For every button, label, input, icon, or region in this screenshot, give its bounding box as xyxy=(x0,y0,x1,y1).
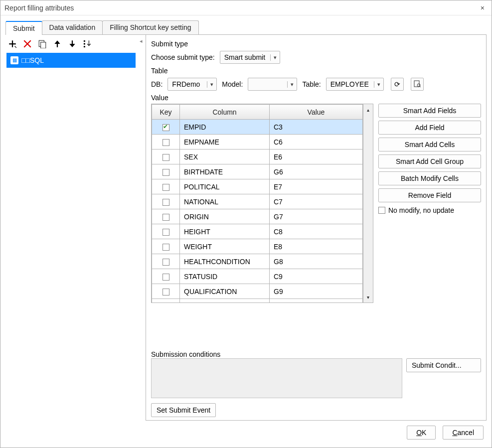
splitter-handle[interactable]: ◂ xyxy=(140,35,143,421)
cell-value: C3 xyxy=(270,120,363,135)
move-down-icon[interactable] xyxy=(68,39,77,48)
db-combo[interactable]: FRDemo ▾ xyxy=(167,78,217,91)
smart-add-fields-button[interactable]: Smart Add Fields xyxy=(378,104,481,118)
table-row[interactable]: ORIGING7 xyxy=(152,209,363,224)
key-checkbox[interactable] xyxy=(163,274,169,281)
cell-value: C9 xyxy=(270,269,363,284)
model-combo[interactable]: ▾ xyxy=(248,78,297,91)
ok-button[interactable]: OK xyxy=(407,426,436,440)
model-label: Model: xyxy=(222,80,243,88)
cancel-button[interactable]: Cancel xyxy=(443,426,484,440)
key-checkbox[interactable] xyxy=(163,259,169,266)
key-checkbox[interactable] xyxy=(163,244,169,251)
table-row[interactable]: HEIGHTC8 xyxy=(152,224,363,239)
submit-condition-button[interactable]: Submit Condit... xyxy=(406,358,481,372)
side-actions: Smart Add Fields Add Field Smart Add Cel… xyxy=(378,104,481,345)
key-checkbox[interactable] xyxy=(163,199,169,206)
key-checkbox[interactable] xyxy=(163,124,169,131)
table-row[interactable]: STATUSIDC9 xyxy=(152,269,363,284)
tab-data-validation[interactable]: Data validation xyxy=(42,20,103,34)
table-label: Table: xyxy=(302,80,321,88)
left-pane: ▦ □□SQL xyxy=(5,35,137,421)
window-title: Report filling attributes xyxy=(4,4,74,12)
submit-type-value: Smart submit xyxy=(224,53,270,61)
cell-column: WEIGHT xyxy=(180,239,270,254)
scroll-down-icon[interactable]: ▾ xyxy=(363,292,373,302)
copy-icon[interactable] xyxy=(38,39,47,48)
tab-submit[interactable]: Submit xyxy=(5,21,42,35)
cell-value: E6 xyxy=(270,149,363,164)
table-row[interactable]: POLITICALE7 xyxy=(152,179,363,194)
cell-value: G9 xyxy=(270,284,363,299)
cell-value: G6 xyxy=(270,164,363,179)
refresh-icon: ⟳ xyxy=(394,80,400,88)
smart-add-cell-group-button[interactable]: Smart Add Cell Group xyxy=(378,154,481,168)
scroll-up-icon[interactable]: ▴ xyxy=(363,104,373,115)
table-row[interactable]: BIRTHDATEG6 xyxy=(152,164,363,179)
remove-field-button[interactable]: Remove Field xyxy=(378,188,481,202)
refresh-button[interactable]: ⟳ xyxy=(391,78,404,91)
delete-icon[interactable] xyxy=(23,39,32,48)
close-icon[interactable]: × xyxy=(478,3,488,13)
tree-item-label: □□SQL xyxy=(21,56,44,64)
right-pane: Submit type Choose submit type: Smart su… xyxy=(146,35,487,421)
cell-value: C6 xyxy=(270,135,363,149)
cell-column: EMPNAME xyxy=(180,135,270,149)
table-row[interactable]: NATIONALC7 xyxy=(152,194,363,209)
value-section-label: Value xyxy=(151,94,481,102)
cell-column: POLITICAL xyxy=(180,179,270,194)
key-checkbox[interactable] xyxy=(163,214,169,221)
cell-column: NATIONAL xyxy=(180,194,270,209)
tab-shortcut-key[interactable]: Filling Shortcut key setting xyxy=(102,20,198,34)
key-checkbox[interactable] xyxy=(163,184,169,191)
svg-point-3 xyxy=(84,43,85,44)
tree-item-sql[interactable]: ▦ □□SQL xyxy=(6,53,136,68)
scrollbar[interactable]: ▴ ▾ xyxy=(363,104,373,302)
add-icon[interactable] xyxy=(8,39,17,48)
table-row[interactable]: WEIGHTE8 xyxy=(152,239,363,254)
table-row[interactable]: SEXE6 xyxy=(152,149,363,164)
add-field-button[interactable]: Add Field xyxy=(378,121,481,135)
chevron-down-icon: ▾ xyxy=(207,81,213,88)
key-checkbox[interactable] xyxy=(163,154,169,161)
move-up-icon[interactable] xyxy=(53,39,62,48)
tabs: Submit Data validation Filling Shortcut … xyxy=(5,20,487,35)
svg-point-4 xyxy=(84,46,85,47)
cell-column: HEALTHCONDITION xyxy=(180,254,270,269)
svg-rect-1 xyxy=(41,42,46,48)
svg-point-2 xyxy=(84,40,85,42)
cell-column: SEX xyxy=(180,149,270,164)
table-row[interactable]: HEALTHCONDITIONG8 xyxy=(152,254,363,269)
cell-value: C10 xyxy=(270,299,363,303)
chevron-down-icon: ▾ xyxy=(374,81,380,88)
table-row[interactable]: EMPIDC3 xyxy=(152,120,363,135)
col-key: Key xyxy=(152,105,180,120)
table-section-label: Table xyxy=(151,67,481,75)
batch-modify-cells-button[interactable]: Batch Modify Cells xyxy=(378,171,481,185)
value-grid[interactable]: Key Column Value EMPIDC3EMPNAMEC6SEXE6BI… xyxy=(152,104,363,302)
cell-value: E8 xyxy=(270,239,363,254)
table-row[interactable]: SCHOOLC10 xyxy=(152,299,363,303)
tree-item-icon: ▦ xyxy=(10,56,18,64)
no-modify-checkbox[interactable] xyxy=(378,207,385,214)
scroll-track[interactable] xyxy=(363,115,373,292)
cell-column: EMPID xyxy=(180,120,270,135)
set-submit-event-button[interactable]: Set Submit Event xyxy=(151,403,216,417)
cell-column: SCHOOL xyxy=(180,299,270,303)
key-checkbox[interactable] xyxy=(163,229,169,236)
smart-add-cells-button[interactable]: Smart Add Cells xyxy=(378,138,481,151)
left-toolbar xyxy=(6,35,136,52)
preview-button[interactable] xyxy=(411,78,424,91)
titlebar: Report filling attributes × xyxy=(0,0,492,15)
key-checkbox[interactable] xyxy=(163,169,169,176)
table-combo[interactable]: EMPLOYEE ▾ xyxy=(326,78,384,91)
tree: ▦ □□SQL xyxy=(6,52,136,420)
submission-conditions-box[interactable] xyxy=(151,358,402,398)
cell-value: E7 xyxy=(270,179,363,194)
submit-type-combo[interactable]: Smart submit ▾ xyxy=(220,51,280,64)
table-row[interactable]: QUALIFICATIONG9 xyxy=(152,284,363,299)
key-checkbox[interactable] xyxy=(163,289,169,296)
sort-icon[interactable] xyxy=(83,39,92,48)
key-checkbox[interactable] xyxy=(163,139,169,146)
table-row[interactable]: EMPNAMEC6 xyxy=(152,135,363,149)
